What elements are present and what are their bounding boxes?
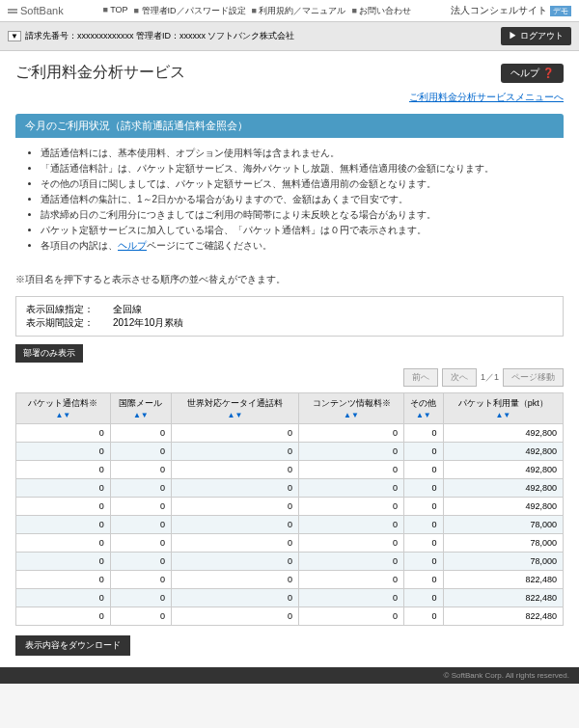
nav-contact[interactable]: お問い合わせ [351,5,411,17]
table-row: 00000492,800 [16,424,564,443]
cell: 0 [16,553,111,571]
cell: 0 [110,516,171,534]
note-item: 通話通信料には、基本使用料、オプション使用料等は含まれません。 [41,146,556,161]
settings-box: 表示回線指定：全回線 表示期間設定：2012年10月累積 [15,296,564,337]
nav-terms[interactable]: 利用規約／マニュアル [252,5,346,17]
cell: 0 [172,516,299,534]
cell: 0 [404,607,444,626]
table-row: 00000822,480 [16,589,564,607]
notes: 通話通信料には、基本使用料、オプション使用料等は含まれません。「通話通信料計」は… [15,146,564,263]
cell: 0 [298,571,403,589]
col-header[interactable]: その他▲▼ [404,393,444,424]
cell: 0 [404,443,444,461]
cell: 0 [110,479,171,498]
table-row: 0000078,000 [16,516,564,534]
corp-site: 法人コンシェルサイト デモ [451,4,571,17]
cell: 822,480 [443,571,563,589]
table-row: 00000822,480 [16,571,564,589]
cell: 492,800 [443,461,563,479]
period-label: 表示期間設定： [26,316,94,330]
col-header[interactable]: パケット通信料※▲▼ [16,393,111,424]
table-row: 00000822,480 [16,607,564,626]
col-header[interactable]: コンテンツ情報料※▲▼ [298,393,403,424]
logo: SoftBank [8,5,64,16]
cell: 0 [16,589,111,607]
cell: 0 [298,607,403,626]
logout-button[interactable]: ▶ ログアウト [501,27,571,45]
cell: 0 [298,516,403,534]
nav-links: TOP 管理者ID／パスワード設定 利用規約／マニュアル お問い合わせ [102,5,411,17]
cell: 822,480 [443,589,563,607]
table-row: 00000492,800 [16,461,564,479]
table-row: 00000492,800 [16,479,564,498]
dept-only-button[interactable]: 部署のみ表示 [15,344,83,363]
cell: 0 [172,461,299,479]
cell: 0 [110,424,171,443]
table-row: 0000078,000 [16,534,564,553]
line-label: 表示回線指定： [26,303,94,316]
cell: 0 [16,498,111,516]
menu-link-row: ご利用料金分析サービスメニューへ [15,91,564,104]
note-item: 「通話通信料計」は、パケット定額サービス、海外パケットし放題、無料通信適用後の金… [41,161,556,176]
cell: 0 [172,571,299,589]
period-value: 2012年10月累積 [113,316,183,330]
prev-button[interactable]: 前へ [403,368,438,387]
cell: 492,800 [443,443,563,461]
menu-link[interactable]: ご利用料金分析サービスメニューへ [409,92,564,102]
cell: 0 [404,516,444,534]
demo-badge: デモ [550,6,571,16]
cell: 0 [16,516,111,534]
help-link[interactable]: ヘルプ [118,240,147,251]
page-indicator: 1／1 [481,371,499,384]
help-button[interactable]: ヘルプ ❓ [501,64,564,83]
cell: 492,800 [443,479,563,498]
col-header[interactable]: パケット利用量（pkt）▲▼ [443,393,563,424]
cell: 0 [16,571,111,589]
cell: 0 [172,553,299,571]
cell: 0 [172,479,299,498]
note-item: 請求締め日のご利用分につきましてはご利用の時間帯により未反映となる場合があります… [41,207,556,223]
cell: 0 [16,534,111,553]
cell: 0 [298,553,403,571]
cell: 0 [298,534,403,553]
cell: 0 [172,443,299,461]
cell: 0 [110,589,171,607]
nav-admin[interactable]: 管理者ID／パスワード設定 [134,5,246,17]
table-row: 0000078,000 [16,553,564,571]
cell: 0 [16,443,111,461]
cell: 0 [172,589,299,607]
cell: 0 [110,498,171,516]
table-row: 00000492,800 [16,498,564,516]
cell: 0 [110,534,171,553]
cell: 0 [110,607,171,626]
download-button[interactable]: 表示内容をダウンロード [15,635,130,656]
dropdown-icon[interactable]: ▼ [8,31,21,41]
cell: 0 [298,424,403,443]
top-nav: SoftBank TOP 管理者ID／パスワード設定 利用規約／マニュアル お問… [0,0,579,22]
cell: 0 [404,589,444,607]
cell: 0 [16,607,111,626]
cell: 78,000 [443,516,563,534]
corp-label: 法人コンシェルサイト [451,5,547,15]
sub-bar: ▼ 請求先番号：xxxxxxxxxxxxx 管理者ID：xxxxxx ソフトバン… [0,22,579,51]
nav-top[interactable]: TOP [102,5,127,17]
cell: 0 [404,534,444,553]
title-row: ご利用料金分析サービス ヘルプ ❓ [15,63,564,83]
col-header[interactable]: 国際メール▲▼ [110,393,171,424]
logo-text: SoftBank [20,5,64,16]
note-item: 通話通信料の集計に、1～2日かかる場合がありますので、金額はあくまで目安です。 [41,192,556,207]
cell: 0 [110,571,171,589]
next-button[interactable]: 次へ [442,368,477,387]
cell: 78,000 [443,534,563,553]
red-note: 各項目の内訳は、ヘルプページにてご確認ください。 [41,238,556,254]
sub-bar-left: ▼ 請求先番号：xxxxxxxxxxxxx 管理者ID：xxxxxx ソフトバン… [8,30,294,42]
col-header[interactable]: 世界対応ケータイ通話料▲▼ [172,393,299,424]
data-table: パケット通信料※▲▼国際メール▲▼世界対応ケータイ通話料▲▼コンテンツ情報料※▲… [15,392,564,626]
content: ご利用料金分析サービス ヘルプ ❓ ご利用料金分析サービスメニューへ 今月のご利… [0,51,579,667]
page-move-button[interactable]: ページ移動 [503,368,564,387]
cell: 0 [172,607,299,626]
footer: © SoftBank Corp. All rights reserved. [0,667,579,684]
cell: 0 [110,553,171,571]
page-title: ご利用料金分析サービス [15,63,185,83]
cell: 0 [298,461,403,479]
